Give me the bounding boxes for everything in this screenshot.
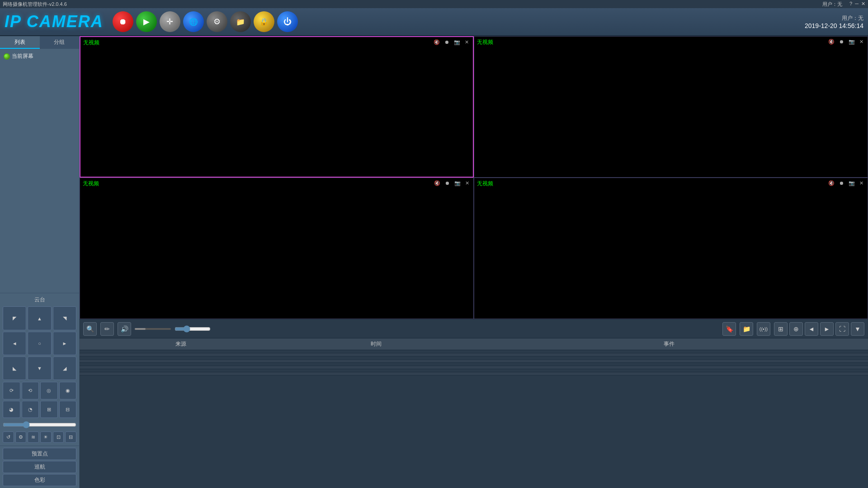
- event-table-body: [80, 350, 868, 488]
- record-button[interactable]: ⏺: [113, 11, 133, 32]
- sidebar-tabs: 列表 分组: [0, 36, 79, 49]
- video-snap-btn-1[interactable]: 📷: [453, 39, 462, 46]
- lock-icon: 🔒: [259, 18, 269, 26]
- toolbar: ⏺ ▶ ✛ 🌐 ⚙ 📁 🔒 ⏻: [113, 11, 805, 32]
- cruise-button[interactable]: 巡航: [3, 461, 76, 473]
- ptz-extra2-button[interactable]: ⊟: [59, 401, 77, 418]
- event-col-source: 来源: [83, 340, 278, 348]
- file-button[interactable]: 📁: [230, 11, 251, 32]
- intercom-button[interactable]: ((•)): [757, 322, 770, 336]
- header: IP CAMERA ⏺ ▶ ✛ 🌐 ⚙ 📁 🔒 ⏻ 用户：无 2019-12-2…: [0, 8, 868, 36]
- ptz-auto2-button[interactable]: ⚙: [15, 432, 27, 443]
- ptz-park-button[interactable]: ⊟: [65, 432, 76, 443]
- ptz-iris-open-button[interactable]: ◕: [3, 401, 20, 418]
- edit-icon-button[interactable]: ✏: [100, 322, 114, 336]
- ptz-down-right-button[interactable]: ◢: [53, 357, 76, 380]
- ptz-center-button[interactable]: ○: [28, 332, 51, 355]
- ptz-light-button[interactable]: ☀: [40, 432, 52, 443]
- ptz-down-left-button[interactable]: ◣: [3, 357, 26, 380]
- video-sound-btn-3[interactable]: 🔇: [433, 180, 442, 187]
- event-row: [80, 363, 868, 366]
- ptz-zoom-in-button[interactable]: ⟳: [3, 382, 20, 399]
- sidebar-device-list: 当前屏幕: [0, 49, 79, 293]
- color-button[interactable]: 色彩: [3, 474, 76, 486]
- ptz-scan-button[interactable]: ⊡: [53, 432, 64, 443]
- event-panel: 来源 时间 事件: [80, 338, 868, 488]
- ptz-focus-near-button[interactable]: ◎: [40, 382, 58, 399]
- layout-4grid-button[interactable]: ⊞: [774, 322, 788, 336]
- close-button[interactable]: ✕: [861, 1, 865, 8]
- ptz-up-right-button[interactable]: ◥: [53, 306, 76, 330]
- tab-list[interactable]: 列表: [0, 36, 40, 49]
- ptz-section: 云台 ◤ ▲ ◥ ◄ ○ ► ◣ ▼ ◢ ⟳ ⟲ ◎ ◉ ◕ ◔: [0, 293, 79, 446]
- ptz-wiper-button[interactable]: ≋: [28, 432, 39, 443]
- ptz-speed-slider[interactable]: [3, 421, 76, 428]
- ptz-zoom-out-button[interactable]: ⟲: [22, 382, 39, 399]
- ptz-down-button[interactable]: ▼: [28, 357, 51, 380]
- ptz-left-button[interactable]: ◄: [3, 332, 26, 355]
- video-record-btn-4[interactable]: ⏺: [838, 180, 845, 187]
- volume-icon-button[interactable]: 🔊: [118, 322, 131, 336]
- main-content: 列表 分组 当前屏幕 云台 ◤ ▲ ◥ ◄ ○ ► ◣ ▼: [0, 36, 868, 488]
- sidebar-item-current-screen[interactable]: 当前屏幕: [2, 51, 77, 62]
- lock-button[interactable]: 🔒: [254, 11, 274, 32]
- video-close-btn-3[interactable]: ✕: [464, 180, 471, 187]
- ptz-focus-far-button[interactable]: ◉: [59, 382, 77, 399]
- volume-slider-input[interactable]: [175, 325, 211, 333]
- power-button[interactable]: ⏻: [277, 11, 298, 32]
- playback-button[interactable]: ▶: [136, 11, 157, 32]
- layout-next-button[interactable]: ►: [820, 322, 834, 336]
- ptz-up-left-button[interactable]: ◤: [3, 306, 26, 330]
- ptz-up-button[interactable]: ▲: [28, 306, 51, 330]
- video-area: 无视频 🔇 ⏺ 📷 ✕ 无视频 🔇 ⏺ 📷 ✕: [80, 36, 868, 488]
- event-table-header: 来源 时间 事件: [80, 338, 868, 350]
- video-sound-btn-1[interactable]: 🔇: [432, 39, 441, 46]
- network-icon: 🌐: [189, 18, 198, 26]
- video-label-4: 无视频: [477, 180, 493, 188]
- video-cell-2[interactable]: 无视频 🔇 ⏺ 📷 ✕: [474, 36, 868, 178]
- ptz-auto1-button[interactable]: ↺: [3, 432, 14, 443]
- video-controls-2: 🔇 ⏺ 📷 ✕: [827, 38, 865, 45]
- video-cell-1[interactable]: 无视频 🔇 ⏺ 📷 ✕: [80, 36, 474, 178]
- video-record-btn-1[interactable]: ⏺: [443, 39, 451, 46]
- bottom-control-bar: 🔍 ✏ 🔊 🔖 📁 ((•)) ⊞ ⊕ ◄ ► ⛶ ▼: [80, 319, 868, 338]
- app-title: 网络摄像机管理软件-v2.0.4.6: [3, 1, 67, 8]
- video-cell-3[interactable]: 无视频 🔇 ⏺ 📷 ✕: [80, 178, 474, 319]
- ptz-iris-close-button[interactable]: ◔: [22, 401, 39, 418]
- video-close-btn-4[interactable]: ✕: [858, 180, 865, 187]
- ptz-right-button[interactable]: ►: [53, 332, 76, 355]
- play-icon: ▶: [143, 17, 150, 27]
- video-sound-btn-2[interactable]: 🔇: [827, 38, 836, 45]
- video-record-btn-2[interactable]: ⏺: [838, 38, 845, 45]
- network-button[interactable]: 🌐: [183, 11, 204, 32]
- search-icon-button[interactable]: 🔍: [83, 322, 97, 336]
- ptz-iris-row: ◕ ◔ ⊞ ⊟: [3, 401, 76, 418]
- video-controls-1: 🔇 ⏺ 📷 ✕: [432, 39, 470, 46]
- minimize-button[interactable]: ─: [855, 1, 859, 8]
- preset-button[interactable]: 预置点: [3, 448, 76, 460]
- video-snap-btn-4[interactable]: 📷: [847, 180, 856, 187]
- video-snap-btn-2[interactable]: 📷: [847, 38, 856, 45]
- video-record-btn-3[interactable]: ⏺: [443, 180, 451, 187]
- sidebar: 列表 分组 当前屏幕 云台 ◤ ▲ ◥ ◄ ○ ► ◣ ▼: [0, 36, 80, 488]
- video-sound-btn-4[interactable]: 🔇: [827, 180, 836, 187]
- video-snap-btn-3[interactable]: 📷: [453, 180, 462, 187]
- layout-home-button[interactable]: ⊕: [789, 322, 803, 336]
- layout-dropdown-button[interactable]: ▼: [851, 322, 864, 336]
- ptz-extra1-button[interactable]: ⊞: [40, 401, 58, 418]
- tab-group[interactable]: 分组: [40, 36, 80, 49]
- ptz-button[interactable]: ✛: [160, 11, 180, 32]
- bookmark-button[interactable]: 🔖: [722, 322, 736, 336]
- volume-slider-track: [135, 328, 171, 330]
- layout-fullscreen-button[interactable]: ⛶: [835, 322, 849, 336]
- help-button[interactable]: ?: [849, 1, 852, 8]
- settings-button[interactable]: ⚙: [207, 11, 227, 32]
- video-close-btn-1[interactable]: ✕: [463, 39, 470, 46]
- capture-button[interactable]: 📁: [740, 322, 753, 336]
- event-row: [80, 369, 868, 372]
- video-close-btn-2[interactable]: ✕: [858, 38, 865, 45]
- file-icon: 📁: [236, 18, 245, 26]
- layout-prev-button[interactable]: ◄: [805, 322, 818, 336]
- video-cell-4[interactable]: 无视频 🔇 ⏺ 📷 ✕: [474, 178, 868, 319]
- event-row: [80, 366, 868, 369]
